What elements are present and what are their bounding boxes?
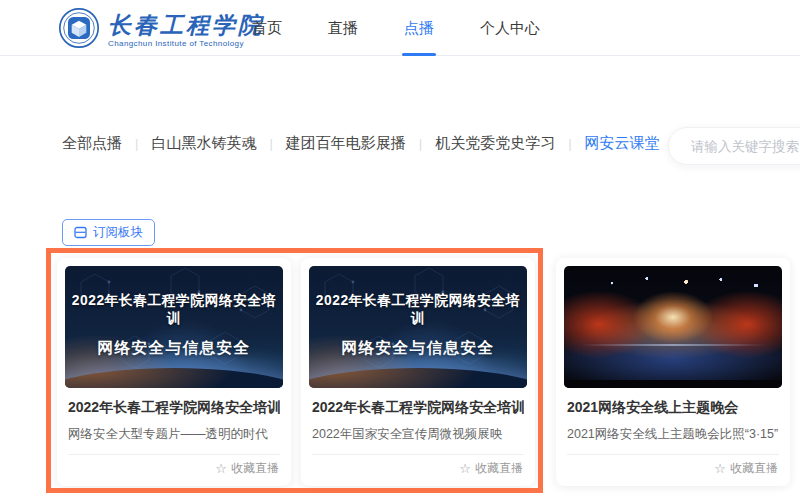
nav-vod[interactable]: 点播	[404, 0, 434, 56]
category-filter-bar: 全部点播|白山黑水铸英魂|建团百年电影展播|机关党委党史学习|网安云课堂	[62, 124, 662, 162]
video-thumbnail-cyber-security: 2022年长春工程学院网络安全培训 网络安全与信息安全	[309, 266, 527, 388]
category-separator: |	[419, 136, 422, 151]
favorite-live-button[interactable]: ☆ 收藏直播	[714, 460, 778, 477]
video-thumbnail-stage-gala	[564, 266, 782, 388]
university-emblem-icon	[58, 6, 100, 54]
video-title: 2021网络安全线上主题晚会	[567, 399, 779, 417]
video-title: 2022年长春工程学院网络安全培训...	[312, 399, 524, 417]
video-card[interactable]: 2021网络安全线上主题晚会 2021网络安全线上主题晚会比照“3·15”...…	[556, 258, 790, 486]
video-title: 2022年长春工程学院网络安全培训...	[68, 399, 280, 417]
category-separator: |	[568, 136, 571, 151]
search-input[interactable]	[669, 128, 800, 164]
stage-floor-decor	[581, 344, 764, 346]
video-subtitle: 2021网络安全线上主题晚会比照“3·15”...	[567, 426, 779, 443]
video-card[interactable]: 2022年长春工程学院网络安全培训 网络安全与信息安全 2022年长春工程学院网…	[57, 258, 291, 486]
poster-title-line1: 2022年长春工程学院网络安全培训	[309, 292, 527, 328]
category-party-history-study[interactable]: 机关党委党史学习	[435, 134, 555, 151]
university-name-en: Changchun Institute of Technology	[108, 39, 264, 48]
nav-live[interactable]: 直播	[328, 0, 358, 56]
category-league-centenary-films[interactable]: 建团百年电影展播	[286, 134, 406, 151]
poster-title-line2: 网络安全与信息安全	[309, 338, 527, 359]
category-all-vod[interactable]: 全部点播	[62, 134, 122, 151]
header: 长春工程学院 Changchun Institute of Technology…	[0, 0, 800, 56]
poster-text: 2022年长春工程学院网络安全培训 网络安全与信息安全	[309, 292, 527, 359]
nav-personal-center[interactable]: 个人中心	[480, 0, 540, 56]
subscribe-button-label: 订阅板块	[93, 224, 143, 241]
favorite-live-button[interactable]: ☆ 收藏直播	[215, 460, 279, 477]
main-nav: 首页 直播 点播 个人中心	[252, 0, 540, 56]
favorite-label: 收藏直播	[730, 460, 778, 477]
university-name-cn: 长春工程学院	[108, 13, 264, 36]
video-card[interactable]: 2022年长春工程学院网络安全培训 网络安全与信息安全 2022年长春工程学院网…	[301, 258, 535, 486]
category-baishan-heishui[interactable]: 白山黑水铸英魂	[151, 134, 256, 151]
category-separator: |	[135, 136, 138, 151]
audience-silhouette-decor	[564, 370, 782, 388]
subscribe-panel-icon	[74, 226, 87, 239]
video-subtitle: 网络安全大型专题片——透明的时代	[68, 426, 280, 443]
poster-title-line1: 2022年长春工程学院网络安全培训	[65, 292, 283, 328]
category-cyber-cloud-classroom[interactable]: 网安云课堂	[585, 134, 660, 151]
video-subtitle: 2022年国家安全宣传周微视频展映	[312, 426, 524, 443]
subscribe-section-button[interactable]: 订阅板块	[62, 219, 155, 246]
university-logo[interactable]: 长春工程学院 Changchun Institute of Technology	[58, 6, 264, 54]
star-icon: ☆	[459, 461, 471, 476]
favorite-live-button[interactable]: ☆ 收藏直播	[459, 460, 523, 477]
poster-title-line2: 网络安全与信息安全	[65, 338, 283, 359]
nav-home[interactable]: 首页	[252, 0, 282, 56]
favorite-label: 收藏直播	[475, 460, 523, 477]
star-icon: ☆	[714, 461, 726, 476]
video-thumbnail-cyber-security: 2022年长春工程学院网络安全培训 网络安全与信息安全	[65, 266, 283, 388]
category-separator: |	[269, 136, 272, 151]
card-divider	[312, 454, 524, 455]
search-box	[668, 127, 800, 165]
poster-text: 2022年长春工程学院网络安全培训 网络安全与信息安全	[65, 292, 283, 359]
favorite-label: 收藏直播	[231, 460, 279, 477]
card-divider	[68, 454, 280, 455]
card-divider	[567, 454, 779, 455]
star-icon: ☆	[215, 461, 227, 476]
